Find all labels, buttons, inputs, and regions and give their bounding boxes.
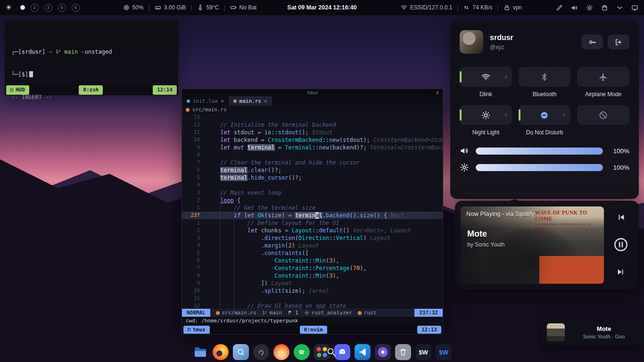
toggle-blocked[interactable]: [577, 105, 629, 125]
dock-spotify[interactable]: [294, 344, 310, 360]
dock-files[interactable]: [192, 344, 208, 360]
toggle-bluetooth[interactable]: [519, 67, 571, 87]
media-pause-button[interactable]: [613, 237, 628, 253]
temperature-value: 59°C: [206, 4, 219, 11]
code-line[interactable]: 4: [182, 181, 443, 189]
code-line[interactable]: 12 // Draw UI based on app state: [182, 302, 443, 309]
temperature-stat: 59°C: [197, 4, 219, 11]
code-line[interactable]: 1 // Get the terminal size: [182, 204, 443, 212]
line-number: 12: [182, 121, 206, 129]
code-line[interactable]: 4 .margin(2) Layout: [182, 242, 443, 249]
toggle-night-light[interactable]: [460, 105, 512, 125]
logout-button[interactable]: [608, 34, 629, 49]
launcher-icon[interactable]: ✳: [6, 3, 12, 12]
code-line[interactable]: 9 let mut terminal = Terminal::new(backe…: [182, 144, 443, 151]
terminal-window[interactable]: ┌─[srdusr] ~ main -unstaged └─[$] -- INS…: [5, 21, 178, 95]
keyring-button[interactable]: [581, 34, 603, 49]
tab-label: main.rs: [239, 98, 261, 104]
workspace-9[interactable]: 9: [58, 4, 66, 12]
code-line[interactable]: 12 // Initialize the terminal backend: [182, 121, 443, 129]
media-previous-button[interactable]: [616, 212, 626, 223]
gear-icon[interactable]: [586, 4, 593, 11]
tmux-window-pill[interactable]: 0:nvim: [300, 326, 327, 334]
workspace-2[interactable]: 2: [31, 4, 39, 12]
speaker-icon[interactable]: [571, 4, 578, 11]
do-not-disturb-icon: [540, 111, 549, 120]
terminal-content[interactable]: ┌─[srdusr] ~ main -unstaged └─[$] -- INS…: [5, 21, 178, 116]
tmux-window-pill[interactable]: 0:zsh: [79, 85, 103, 95]
dock-qutebrowser[interactable]: [233, 344, 249, 360]
code-line[interactable]: 8: [182, 151, 443, 159]
toggle-label: Bluetooth: [533, 91, 557, 98]
tab-main-rs[interactable]: main.rs ×: [229, 96, 272, 106]
code-line[interactable]: 10 let backend = CrosstermBackend::new(s…: [182, 136, 443, 144]
code-line[interactable]: 2 loop {: [182, 197, 443, 204]
code-line[interactable]: 5 .constraints([: [182, 249, 443, 257]
code-line[interactable]: 13: [182, 114, 443, 121]
notification-body: Sonic Youth - Goo: [570, 334, 637, 339]
code-line[interactable]: 7 // Clear the terminal and hide the cur…: [182, 159, 443, 166]
dock-purple-app[interactable]: [375, 344, 391, 360]
code-line[interactable]: 11 let stdout = io::stdout(); Stdout: [182, 129, 443, 136]
code-area[interactable]: 1312 // Initialize the terminal backend1…: [182, 114, 443, 309]
git-branch-icon: [56, 49, 61, 54]
dock-sw-blue[interactable]: $W: [436, 344, 452, 360]
code-line[interactable]: 237 if let Ok(size) = terminal.backend()…: [182, 212, 443, 219]
code-line[interactable]: 5 terminal.hide_cursor()?;: [182, 174, 443, 181]
username: srdusr: [490, 34, 513, 41]
brightness-slider[interactable]: [476, 164, 603, 171]
code-line[interactable]: 1 // Define layout for the UI: [182, 219, 443, 227]
code-line[interactable]: 2 let chunks = Layout::default() Vec<Rec…: [182, 227, 443, 234]
terminal-tmux-bar: HUD 0:zsh 12:14: [5, 85, 178, 95]
pen-icon[interactable]: [556, 4, 563, 11]
workspace-active[interactable]: [20, 5, 25, 10]
line-number: 4: [182, 242, 206, 249]
tab-close-icon[interactable]: ×: [221, 98, 224, 104]
session-icon: [188, 328, 190, 331]
line-number: 1: [182, 204, 206, 212]
code-line[interactable]: 6 terminal.clear()?;: [182, 166, 443, 174]
folder-icon: [193, 345, 207, 359]
dock-flame-app[interactable]: [273, 344, 289, 360]
code-line[interactable]: 3 .direction(Direction::Vertical) Layout: [182, 234, 443, 242]
vpn-stat[interactable]: vpn: [504, 4, 522, 11]
tab-init-lua[interactable]: init.lua ×: [182, 96, 229, 106]
media-next-button[interactable]: [616, 267, 626, 278]
dock: $W $W: [192, 344, 452, 360]
dock-terminal[interactable]: [253, 344, 269, 360]
notification[interactable]: Mote Sonic Youth - Goo: [542, 320, 644, 345]
volume-slider[interactable]: [476, 148, 603, 155]
code-line[interactable]: 11: [182, 295, 443, 302]
album-art: WAVE OF PUNK TO COME A TERRESTRIAL BOMBI…: [461, 206, 604, 284]
code-line[interactable]: 10 .split(size); (area): [182, 287, 443, 295]
tmux-session-pill[interactable]: HUD: [6, 85, 29, 95]
wifi-stat[interactable]: ESSID/127.0.0.1: [401, 4, 452, 11]
code-line[interactable]: 9 ]) Layout: [182, 280, 443, 287]
dock-trash[interactable]: [395, 344, 411, 360]
dock-firefox[interactable]: [213, 344, 229, 360]
code-line[interactable]: 8 Constraint::Min(3),: [182, 272, 443, 280]
toggle-do-not-disturb[interactable]: [519, 105, 571, 125]
chevron-right-icon[interactable]: [561, 112, 567, 118]
code-line[interactable]: 6 Constraint::Min(3),: [182, 257, 443, 264]
window-close-button[interactable]: x: [436, 90, 439, 95]
toggle-airplane-mode[interactable]: [577, 67, 629, 87]
workspace-3[interactable]: 3: [44, 4, 52, 12]
tab-close-icon[interactable]: ×: [264, 98, 267, 104]
code-line[interactable]: 3 // Main event loop: [182, 189, 443, 197]
editor-window[interactable]: tmux x init.lua × main.rs × src/main.rs …: [182, 89, 443, 335]
clipboard-icon[interactable]: [601, 4, 608, 11]
rust-icon: [216, 311, 220, 315]
line-number: 10: [182, 287, 206, 295]
workspace-5[interactable]: 5: [72, 4, 80, 12]
chevron-right-icon[interactable]: [503, 74, 509, 80]
dock-code[interactable]: [355, 344, 371, 360]
chevron-down-icon[interactable]: [616, 4, 623, 11]
code-line[interactable]: 7 Constraint::Percentage(70),: [182, 264, 443, 272]
dock-sw-white[interactable]: $W: [415, 344, 431, 360]
chevron-right-icon[interactable]: [503, 112, 509, 118]
toggle-dlink[interactable]: [460, 67, 512, 87]
dock-discord[interactable]: [334, 344, 350, 360]
tmux-session-pill[interactable]: tmux: [183, 326, 210, 334]
monitor-icon[interactable]: [631, 4, 638, 11]
